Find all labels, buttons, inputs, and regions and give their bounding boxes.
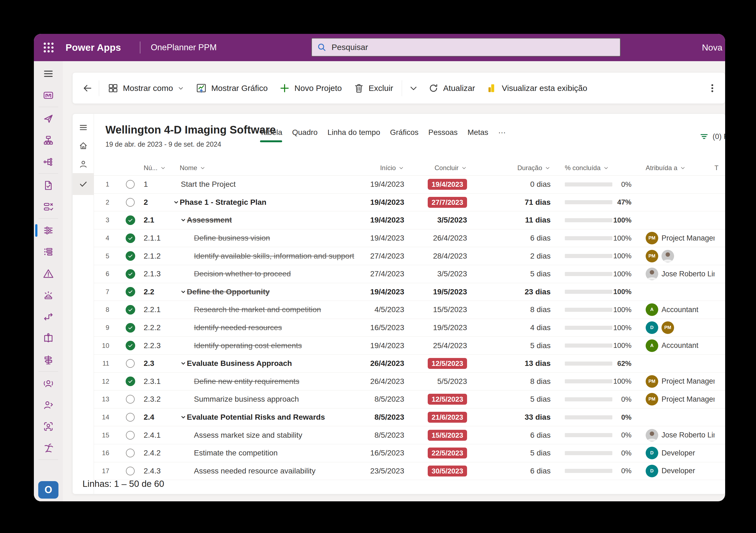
column-header-duracao[interactable]: Duração: [467, 164, 551, 172]
sidebar-item-sliders[interactable]: [34, 220, 63, 241]
sidebar-item-person-arrow[interactable]: [34, 394, 63, 415]
expand-chevron-icon[interactable]: [180, 360, 187, 367]
incomplete-circle-icon[interactable]: [126, 180, 135, 189]
avatar-photo[interactable]: [646, 429, 658, 441]
expand-chevron-icon[interactable]: [180, 217, 187, 224]
avatar-pm[interactable]: PM: [646, 393, 658, 406]
avatar-pm[interactable]: PM: [646, 232, 658, 244]
tab-item[interactable]: ···: [498, 128, 506, 143]
sidebar-item-app-logo[interactable]: [34, 84, 63, 106]
completed-check-icon[interactable]: [126, 323, 135, 333]
sidebar-item-person-focus[interactable]: [34, 415, 63, 437]
sidebar-item-signpost[interactable]: [34, 349, 63, 371]
column-header-nu[interactable]: Nú...: [144, 164, 172, 172]
avatar-pm[interactable]: PM: [662, 321, 674, 334]
tab-quadro[interactable]: Quadro: [292, 128, 318, 143]
avatar-pm[interactable]: PM: [646, 375, 658, 388]
table-row[interactable]: 42.1.1Define business vision19/4/202326/…: [94, 229, 725, 247]
toolbar-button-excluir[interactable]: Excluir: [348, 78, 399, 98]
toolbar-button-chevron-down[interactable]: [405, 78, 422, 98]
search-box[interactable]: [311, 38, 621, 57]
completed-check-icon[interactable]: [126, 305, 135, 314]
filter-button[interactable]: (0) Fi: [699, 132, 725, 141]
table-row[interactable]: 32.1Assessment19/4/20233/5/202311 dias10…: [94, 211, 725, 229]
completed-check-icon[interactable]: [126, 215, 135, 225]
table-row[interactable]: 122.3.1Define new entity requirements26/…: [94, 373, 725, 391]
completed-check-icon[interactable]: [126, 287, 135, 297]
avatar-d[interactable]: D: [646, 321, 658, 334]
table-row[interactable]: 102.2.3Identify operating cost elements1…: [94, 337, 725, 355]
mini-sidebar-item-person[interactable]: [73, 155, 94, 173]
incomplete-circle-icon[interactable]: [126, 449, 135, 457]
waffle-icon[interactable]: [42, 41, 55, 54]
tab-tabela[interactable]: Tabela: [260, 128, 283, 143]
table-row[interactable]: 162.4.2Estimate the competition16/5/2023…: [94, 444, 725, 462]
new-button[interactable]: Nova: [702, 34, 722, 61]
incomplete-circle-icon[interactable]: [126, 198, 135, 207]
avatar-a[interactable]: A: [646, 303, 658, 316]
mini-sidebar-item-hamburger[interactable]: [73, 118, 94, 137]
tab-metas[interactable]: Metas: [468, 128, 488, 143]
search-input[interactable]: [331, 42, 615, 52]
avatar-pm[interactable]: PM: [646, 250, 658, 262]
table-row[interactable]: 62.1.3Decision whether to proceed27/4/20…: [94, 265, 725, 283]
sidebar-item-book-person[interactable]: [34, 327, 63, 349]
expand-chevron-icon[interactable]: [180, 414, 187, 421]
sidebar-item-swap-arrows[interactable]: [34, 306, 63, 327]
sidebar-item-hamburger[interactable]: [34, 63, 63, 84]
avatar-d[interactable]: D: [646, 465, 658, 477]
completed-check-icon[interactable]: [126, 233, 135, 243]
sidebar-item-siren[interactable]: [34, 284, 63, 306]
table-row[interactable]: 172.4.3Assess needed resource availabili…: [94, 462, 725, 480]
table-row[interactable]: 52.1.2Identify available skills, informa…: [94, 247, 725, 265]
tab-graficos[interactable]: Gráficos: [390, 128, 418, 143]
table-row[interactable]: 132.3.2Summarize business approach8/5/20…: [94, 390, 725, 409]
sidebar-item-org-chart[interactable]: [34, 129, 63, 151]
sidebar-item-send[interactable]: [34, 108, 63, 129]
toolbar-button-novo-projeto[interactable]: Novo Projeto: [273, 78, 347, 98]
avatar-photo[interactable]: [662, 250, 674, 262]
sidebar-item-warning[interactable]: [34, 263, 63, 284]
toolbar-button-mostrar-como[interactable]: Mostrar como: [102, 78, 190, 98]
expand-chevron-icon[interactable]: [180, 288, 187, 295]
table-row[interactable]: 72.2Define the Opportunity19/4/202319/5/…: [94, 283, 725, 301]
sidebar-item-flow-tree[interactable]: [34, 151, 63, 173]
sidebar-item-task-list[interactable]: [34, 196, 63, 218]
column-header-inicio[interactable]: Início: [357, 164, 404, 172]
column-header-concluir[interactable]: Concluir: [404, 164, 467, 172]
sidebar-item-people[interactable]: [34, 372, 63, 394]
table-row[interactable]: 22Phase 1 - Strategic Plan19/4/202327/7/…: [94, 194, 725, 212]
column-header-concluida[interactable]: % concluída: [551, 164, 632, 172]
toolbar-button-kebab[interactable]: [704, 78, 721, 98]
incomplete-circle-icon[interactable]: [126, 431, 135, 440]
table-row[interactable]: 92.2.2Identify needed resources16/5/2023…: [94, 319, 725, 337]
mini-sidebar-item-checkmark[interactable]: [73, 173, 94, 195]
expand-chevron-icon[interactable]: [173, 199, 180, 206]
incomplete-circle-icon[interactable]: [126, 466, 135, 475]
column-header-t[interactable]: T: [715, 164, 725, 172]
toolbar-button-mostrar-grafico[interactable]: Mostrar Gráfico: [190, 78, 273, 98]
tab-linha-do-tempo[interactable]: Linha do tempo: [328, 128, 380, 143]
completed-check-icon[interactable]: [126, 269, 135, 279]
table-row[interactable]: 142.4Evaluate Potential Risks and Reward…: [94, 409, 725, 427]
table-row[interactable]: 112.3Evaluate Business Approach26/4/2023…: [94, 355, 725, 373]
toolbar-button-back[interactable]: [79, 78, 96, 98]
mini-sidebar-item-home[interactable]: [73, 137, 94, 155]
incomplete-circle-icon[interactable]: [126, 395, 135, 404]
table-row[interactable]: 11Start the Project19/4/202319/4/20230 d…: [94, 175, 725, 194]
tab-pessoas[interactable]: Pessoas: [428, 128, 457, 143]
column-header-atribuida-a[interactable]: Atribuída a: [632, 164, 715, 172]
column-header-nome[interactable]: Nome: [172, 164, 357, 172]
completed-check-icon[interactable]: [126, 341, 135, 350]
table-row[interactable]: 82.2.1Research the market and competitio…: [94, 301, 725, 319]
completed-check-icon[interactable]: [126, 251, 135, 261]
avatar-photo[interactable]: [646, 268, 658, 280]
sidebar-item-palm-tree[interactable]: [34, 437, 63, 459]
completed-check-icon[interactable]: [126, 377, 135, 386]
oneplanner-app-button[interactable]: O: [38, 481, 59, 498]
sidebar-item-doc-check[interactable]: [34, 174, 63, 196]
sidebar-item-bullet-list[interactable]: [34, 241, 63, 263]
avatar-a[interactable]: A: [646, 339, 658, 352]
toolbar-button-atualizar[interactable]: Atualizar: [422, 78, 481, 98]
avatar-d[interactable]: D: [646, 447, 658, 459]
